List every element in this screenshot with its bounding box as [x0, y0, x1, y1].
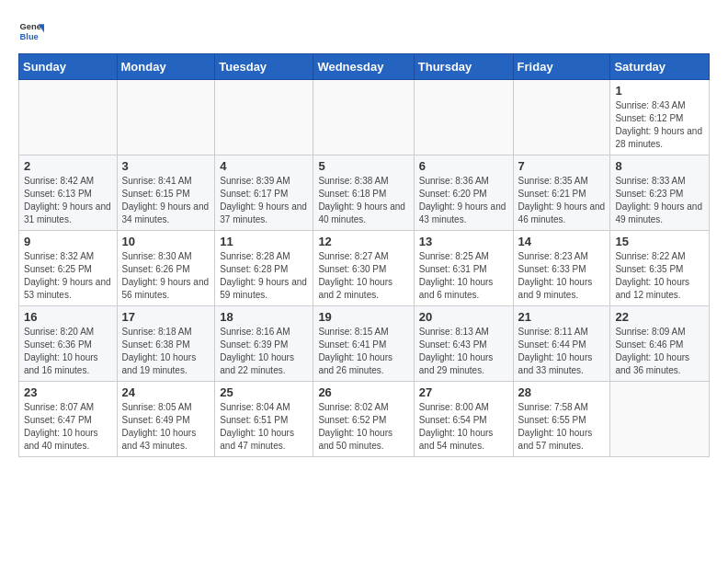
day-cell: [414, 80, 513, 155]
header-day-saturday: Saturday: [610, 54, 710, 80]
day-cell: 17Sunrise: 8:18 AM Sunset: 6:38 PM Dayli…: [117, 306, 215, 382]
day-number: 27: [419, 385, 508, 399]
week-row-2: 9Sunrise: 8:32 AM Sunset: 6:25 PM Daylig…: [19, 231, 710, 306]
day-cell: 26Sunrise: 8:02 AM Sunset: 6:52 PM Dayli…: [313, 382, 414, 457]
day-number: 18: [220, 310, 308, 324]
day-cell: 7Sunrise: 8:35 AM Sunset: 6:21 PM Daylig…: [513, 155, 610, 231]
day-cell: 28Sunrise: 7:58 AM Sunset: 6:55 PM Dayli…: [513, 382, 610, 457]
day-info: Sunrise: 8:38 AM Sunset: 6:18 PM Dayligh…: [318, 175, 408, 226]
day-cell: 16Sunrise: 8:20 AM Sunset: 6:36 PM Dayli…: [19, 306, 118, 382]
day-info: Sunrise: 8:18 AM Sunset: 6:38 PM Dayligh…: [122, 326, 210, 377]
day-info: Sunrise: 8:25 AM Sunset: 6:31 PM Dayligh…: [419, 250, 508, 302]
day-number: 17: [122, 310, 210, 324]
day-cell: 24Sunrise: 8:05 AM Sunset: 6:49 PM Dayli…: [117, 382, 215, 457]
day-info: Sunrise: 8:36 AM Sunset: 6:20 PM Dayligh…: [419, 175, 508, 226]
day-number: 23: [24, 385, 112, 399]
day-info: Sunrise: 8:07 AM Sunset: 6:47 PM Dayligh…: [24, 401, 112, 453]
week-row-4: 23Sunrise: 8:07 AM Sunset: 6:47 PM Dayli…: [19, 382, 710, 457]
page-header: General Blue: [18, 18, 710, 44]
day-cell: [19, 80, 118, 155]
day-cell: 10Sunrise: 8:30 AM Sunset: 6:26 PM Dayli…: [117, 231, 215, 306]
header-day-friday: Friday: [513, 54, 610, 80]
day-number: 20: [419, 310, 508, 324]
day-number: 13: [419, 235, 508, 248]
day-info: Sunrise: 8:33 AM Sunset: 6:23 PM Dayligh…: [615, 175, 704, 226]
day-info: Sunrise: 7:58 AM Sunset: 6:55 PM Dayligh…: [518, 401, 606, 453]
day-number: 3: [122, 159, 210, 173]
day-info: Sunrise: 8:39 AM Sunset: 6:17 PM Dayligh…: [220, 175, 308, 226]
logo-icon: General Blue: [18, 18, 44, 44]
day-cell: 14Sunrise: 8:23 AM Sunset: 6:33 PM Dayli…: [513, 231, 610, 306]
day-cell: 27Sunrise: 8:00 AM Sunset: 6:54 PM Dayli…: [414, 382, 513, 457]
day-cell: 25Sunrise: 8:04 AM Sunset: 6:51 PM Dayli…: [215, 382, 313, 457]
day-number: 25: [220, 385, 308, 399]
day-cell: 23Sunrise: 8:07 AM Sunset: 6:47 PM Dayli…: [19, 382, 118, 457]
logo: General Blue: [18, 18, 48, 44]
day-info: Sunrise: 8:11 AM Sunset: 6:44 PM Dayligh…: [518, 326, 606, 377]
day-cell: [610, 382, 710, 457]
day-info: Sunrise: 8:13 AM Sunset: 6:43 PM Dayligh…: [419, 326, 508, 377]
day-info: Sunrise: 8:23 AM Sunset: 6:33 PM Dayligh…: [518, 250, 606, 302]
day-number: 14: [518, 235, 606, 248]
day-info: Sunrise: 8:20 AM Sunset: 6:36 PM Dayligh…: [24, 326, 112, 377]
day-cell: [513, 80, 610, 155]
week-row-1: 2Sunrise: 8:42 AM Sunset: 6:13 PM Daylig…: [19, 155, 710, 231]
day-number: 26: [318, 385, 408, 399]
day-number: 22: [615, 310, 704, 324]
day-info: Sunrise: 8:02 AM Sunset: 6:52 PM Dayligh…: [318, 401, 408, 453]
day-cell: [215, 80, 313, 155]
day-info: Sunrise: 8:32 AM Sunset: 6:25 PM Dayligh…: [24, 250, 112, 302]
day-cell: 5Sunrise: 8:38 AM Sunset: 6:18 PM Daylig…: [313, 155, 414, 231]
day-number: 10: [122, 235, 210, 248]
day-cell: 6Sunrise: 8:36 AM Sunset: 6:20 PM Daylig…: [414, 155, 513, 231]
day-info: Sunrise: 8:43 AM Sunset: 6:12 PM Dayligh…: [615, 99, 704, 151]
week-row-0: 1Sunrise: 8:43 AM Sunset: 6:12 PM Daylig…: [19, 80, 710, 155]
day-info: Sunrise: 8:04 AM Sunset: 6:51 PM Dayligh…: [220, 401, 308, 453]
day-cell: 20Sunrise: 8:13 AM Sunset: 6:43 PM Dayli…: [414, 306, 513, 382]
day-number: 19: [318, 310, 408, 324]
day-number: 8: [615, 159, 704, 173]
day-info: Sunrise: 8:16 AM Sunset: 6:39 PM Dayligh…: [220, 326, 308, 377]
day-cell: 13Sunrise: 8:25 AM Sunset: 6:31 PM Dayli…: [414, 231, 513, 306]
day-cell: 12Sunrise: 8:27 AM Sunset: 6:30 PM Dayli…: [313, 231, 414, 306]
day-number: 6: [419, 159, 508, 173]
day-number: 2: [24, 159, 112, 173]
day-cell: 21Sunrise: 8:11 AM Sunset: 6:44 PM Dayli…: [513, 306, 610, 382]
day-cell: 11Sunrise: 8:28 AM Sunset: 6:28 PM Dayli…: [215, 231, 313, 306]
day-number: 12: [318, 235, 408, 248]
svg-text:Blue: Blue: [20, 32, 39, 41]
header-day-monday: Monday: [117, 54, 215, 80]
day-info: Sunrise: 8:00 AM Sunset: 6:54 PM Dayligh…: [419, 401, 508, 453]
day-info: Sunrise: 8:22 AM Sunset: 6:35 PM Dayligh…: [615, 250, 704, 302]
day-info: Sunrise: 8:27 AM Sunset: 6:30 PM Dayligh…: [318, 250, 408, 302]
day-cell: 18Sunrise: 8:16 AM Sunset: 6:39 PM Dayli…: [215, 306, 313, 382]
day-info: Sunrise: 8:41 AM Sunset: 6:15 PM Dayligh…: [122, 175, 210, 226]
day-cell: 9Sunrise: 8:32 AM Sunset: 6:25 PM Daylig…: [19, 231, 118, 306]
day-number: 5: [318, 159, 408, 173]
day-number: 15: [615, 235, 704, 248]
day-info: Sunrise: 8:42 AM Sunset: 6:13 PM Dayligh…: [24, 175, 112, 226]
day-cell: 2Sunrise: 8:42 AM Sunset: 6:13 PM Daylig…: [19, 155, 118, 231]
day-cell: [313, 80, 414, 155]
header-day-tuesday: Tuesday: [215, 54, 313, 80]
day-cell: [117, 80, 215, 155]
day-number: 1: [615, 84, 704, 98]
day-cell: 8Sunrise: 8:33 AM Sunset: 6:23 PM Daylig…: [610, 155, 710, 231]
week-row-3: 16Sunrise: 8:20 AM Sunset: 6:36 PM Dayli…: [19, 306, 710, 382]
day-info: Sunrise: 8:35 AM Sunset: 6:21 PM Dayligh…: [518, 175, 606, 226]
day-info: Sunrise: 8:28 AM Sunset: 6:28 PM Dayligh…: [220, 250, 308, 302]
day-number: 11: [220, 235, 308, 248]
day-cell: 22Sunrise: 8:09 AM Sunset: 6:46 PM Dayli…: [610, 306, 710, 382]
day-cell: 4Sunrise: 8:39 AM Sunset: 6:17 PM Daylig…: [215, 155, 313, 231]
day-number: 21: [518, 310, 606, 324]
day-number: 4: [220, 159, 308, 173]
day-cell: 1Sunrise: 8:43 AM Sunset: 6:12 PM Daylig…: [610, 80, 710, 155]
day-info: Sunrise: 8:09 AM Sunset: 6:46 PM Dayligh…: [615, 326, 704, 377]
day-cell: 3Sunrise: 8:41 AM Sunset: 6:15 PM Daylig…: [117, 155, 215, 231]
day-number: 28: [518, 385, 606, 399]
day-info: Sunrise: 8:30 AM Sunset: 6:26 PM Dayligh…: [122, 250, 210, 302]
day-number: 9: [24, 235, 112, 248]
day-info: Sunrise: 8:05 AM Sunset: 6:49 PM Dayligh…: [122, 401, 210, 453]
day-cell: 15Sunrise: 8:22 AM Sunset: 6:35 PM Dayli…: [610, 231, 710, 306]
day-number: 7: [518, 159, 606, 173]
